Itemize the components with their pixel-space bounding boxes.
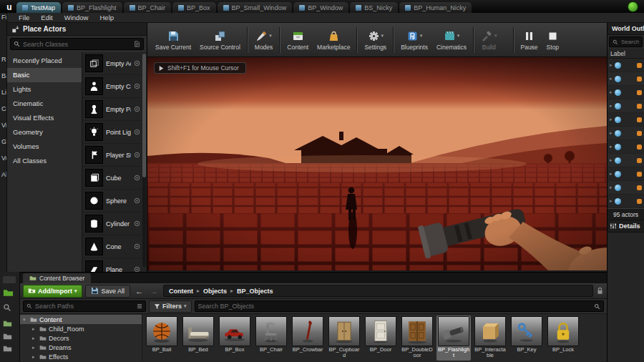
place-actors-search-input[interactable]: Search Classes [10, 38, 144, 50]
drag-handle-icon[interactable] [134, 60, 140, 67]
chevron-right-icon[interactable]: ▸ [32, 345, 37, 351]
outliner-row[interactable]: ▸ [608, 181, 644, 195]
outliner-row[interactable]: ▸ [608, 140, 644, 154]
session-status-orb[interactable] [628, 1, 638, 12]
breadcrumb-bp-objects[interactable]: BP_Objects [237, 288, 273, 295]
asset-bp-doubledoor[interactable]: BP_DoubleDoor [400, 315, 434, 361]
marketplace-button[interactable]: Marketplace [313, 28, 354, 52]
drag-handle-icon[interactable] [134, 152, 140, 158]
tab-bp-box[interactable]: BP_Box [172, 2, 216, 13]
outliner-row[interactable]: ▸ [608, 72, 644, 86]
lock-icon[interactable] [596, 287, 604, 295]
place-item-empty-pawn[interactable]: Empty Pa [82, 98, 142, 121]
place-item-point-light[interactable]: Point Lig [82, 121, 142, 144]
asset-bp-flashlight[interactable]: BP_Flashlight [436, 315, 471, 361]
tab-bp-small-window[interactable]: BP_Small_Window [218, 2, 293, 13]
folder-effects[interactable]: ▸ Effects [20, 352, 142, 361]
save-all-button[interactable]: Save All [85, 285, 131, 298]
place-item-sphere[interactable]: Sphere [82, 190, 142, 212]
stop-button[interactable]: Stop [542, 28, 564, 52]
pause-button[interactable]: Pause [517, 28, 542, 52]
menu-window[interactable]: Window [59, 14, 94, 21]
place-item-cone[interactable]: Cone [82, 235, 142, 258]
asset-search-input[interactable]: Search BP_Objects [195, 300, 604, 312]
drag-handle-icon[interactable] [134, 266, 140, 272]
asset-bp-ball[interactable]: BP_Ball [145, 315, 179, 361]
category-all-classes[interactable]: All Classes [7, 154, 82, 168]
outliner-label-column-header[interactable]: Label [608, 49, 644, 59]
world-outliner-header[interactable]: World Outliner [608, 23, 644, 35]
world-outliner-search-input[interactable]: Search... [609, 36, 643, 47]
list-view-icon[interactable] [137, 303, 142, 309]
outliner-row[interactable]: ▸ [608, 113, 644, 127]
modes-button[interactable]: ▾ Modes [250, 28, 278, 52]
asset-bp-cupboard[interactable]: BP_Cupboard [327, 315, 361, 361]
outliner-row[interactable]: ▸ [608, 195, 644, 208]
drag-handle-icon[interactable] [134, 220, 140, 227]
filters-button[interactable]: Filters ▾ [149, 300, 192, 313]
outliner-row[interactable]: ▸ [608, 86, 644, 99]
drag-handle-icon[interactable] [134, 129, 140, 135]
category-basic[interactable]: Basic [7, 68, 82, 82]
category-lights[interactable]: Lights [7, 82, 82, 97]
forward-button[interactable]: → [148, 287, 160, 295]
category-cinematic[interactable]: Cinematic [7, 97, 82, 111]
outliner-row[interactable]: ▸ [608, 154, 644, 167]
drag-handle-icon[interactable] [134, 243, 140, 250]
folder-child-room[interactable]: ▸ Child_Room [20, 324, 142, 333]
outliner-row[interactable]: ▸ [608, 167, 644, 181]
back-button[interactable]: ← [133, 287, 145, 295]
drag-handle-icon[interactable] [134, 106, 140, 112]
menu-edit[interactable]: Edit [35, 14, 58, 21]
cinematics-button[interactable]: ▾ Cinematics [432, 28, 471, 52]
content-browser-tab[interactable]: Content Browser [23, 273, 91, 283]
chevron-right-icon[interactable]: ▸ [32, 354, 37, 360]
tab-bp-flashlight[interactable]: BP_Flashlight [62, 2, 122, 13]
source-control-button[interactable]: Source Control [195, 28, 245, 52]
scrollbar[interactable] [142, 54, 146, 267]
folder-dreams[interactable]: ▸ Dreams [20, 343, 142, 352]
tab-bp-human-nicky[interactable]: BP_Human_Nicky [399, 2, 472, 13]
save-current-button[interactable]: Save Current [151, 28, 195, 52]
chevron-down-icon[interactable]: ▾ [23, 317, 28, 323]
place-item-empty-actor[interactable]: Empty Ac [82, 52, 142, 75]
details-header[interactable]: Details [608, 220, 644, 233]
category-visual-effects[interactable]: Visual Effects [7, 111, 82, 125]
asset-bp-bed[interactable]: BP_Bed [181, 315, 215, 361]
search-paths-input[interactable]: Search Paths [23, 300, 146, 312]
asset-bp-key[interactable]: BP_Key [509, 315, 544, 361]
place-item-cylinder[interactable]: Cylinder [82, 212, 142, 235]
place-item-empty-character[interactable]: Empty Ch [82, 75, 142, 98]
asset-bp-door[interactable]: BP_Door [364, 315, 398, 361]
tab-bp-chair[interactable]: BP_Chair [124, 2, 172, 13]
settings-button[interactable]: ▾ Settings [360, 28, 391, 52]
content-button[interactable]: Content [283, 28, 313, 52]
outliner-row[interactable]: ▸ [608, 99, 644, 113]
category-recently-placed[interactable]: Recently Placed [7, 54, 82, 68]
outliner-row[interactable]: ▸ [608, 127, 644, 140]
viewport[interactable]: Shift+F1 for Mouse Cursor [147, 57, 607, 270]
saved-search-icon[interactable] [134, 41, 140, 47]
asset-bp-crowbar[interactable]: BP_Crowbar [291, 315, 325, 361]
chevron-right-icon[interactable]: ▸ [32, 326, 37, 332]
drag-handle-icon[interactable] [134, 175, 140, 181]
asset-bp-interactable[interactable]: BP_Interactable [473, 315, 507, 361]
drag-handle-icon[interactable] [134, 83, 140, 89]
place-item-plane[interactable]: Plane [82, 258, 142, 272]
place-item-player-start[interactable]: Player St [82, 144, 142, 167]
drag-handle-icon[interactable] [134, 197, 140, 204]
folder-content[interactable]: ▾ Content [20, 315, 142, 324]
chevron-right-icon[interactable]: ▸ [32, 336, 37, 341]
category-geometry[interactable]: Geometry [7, 125, 82, 140]
asset-bp-chair[interactable]: BP_Chair [254, 315, 288, 361]
asset-bp-lock[interactable]: BP_Lock [546, 315, 580, 361]
build-button[interactable]: ▾ Build [477, 28, 502, 52]
tab-bp-window[interactable]: BP_Window [293, 2, 348, 13]
place-item-cube[interactable]: Cube [82, 167, 142, 190]
breadcrumb-content[interactable]: Content [169, 288, 193, 295]
blueprints-button[interactable]: ▾ Blueprints [396, 28, 432, 52]
outliner-row[interactable]: ▸ [608, 59, 644, 72]
asset-bp-box[interactable]: BP_Box [218, 315, 252, 361]
tab-testmap[interactable]: TestMap [16, 2, 61, 13]
menu-help[interactable]: Help [94, 14, 119, 21]
